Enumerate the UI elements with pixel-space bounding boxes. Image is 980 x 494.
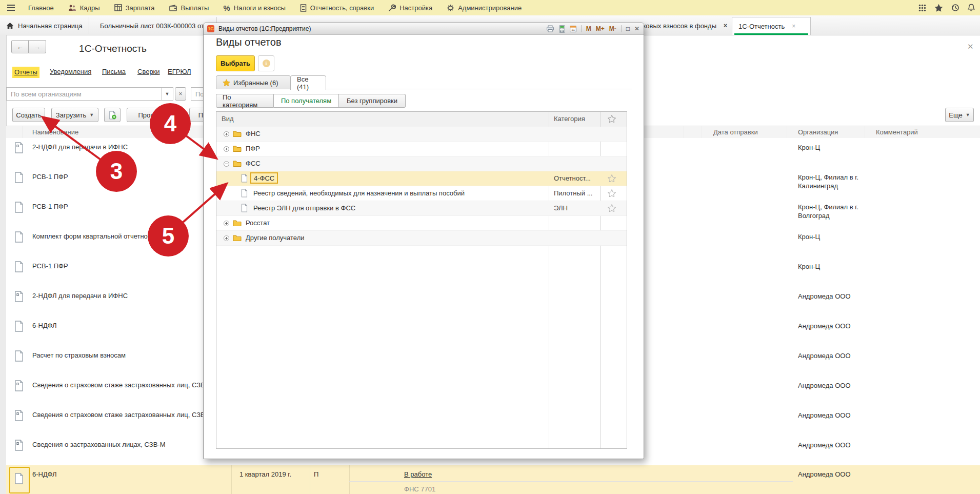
menu-label: Администрирование <box>458 4 522 12</box>
report-status-link[interactable]: В работе <box>404 470 432 478</box>
clear-filter-button[interactable]: × <box>175 87 186 101</box>
navigation-buttons: ← → <box>11 40 46 53</box>
report-name: РСВ-1 ПФР <box>32 203 212 210</box>
gear-icon <box>447 4 454 12</box>
load-button[interactable]: Загрузить▼ <box>51 108 98 122</box>
history-icon[interactable] <box>951 4 959 12</box>
menu-label: Налоги и взносы <box>234 4 286 12</box>
organization-filter-input[interactable] <box>7 90 161 98</box>
menu-item-administration[interactable]: Администрирование <box>439 0 529 15</box>
print-icon[interactable] <box>546 25 554 32</box>
tree-item-4fss-selected[interactable]: 4-ФСС Отчетност... <box>216 171 627 186</box>
tab-close-icon[interactable]: × <box>792 23 795 30</box>
select-button[interactable]: Выбрать <box>216 55 255 71</box>
column-header-name[interactable]: Наименование <box>32 128 78 136</box>
menu-item-taxes[interactable]: % Налоги и взносы <box>216 0 292 15</box>
folder-icon <box>233 220 242 227</box>
menu-item-main[interactable]: Главное <box>21 0 61 15</box>
menu-item-payments[interactable]: Выплаты <box>162 0 216 15</box>
favorite-star-icon[interactable] <box>608 204 616 212</box>
tree-group-other-recipients[interactable]: Другие получатели <box>216 231 627 246</box>
menu-item-settings[interactable]: Настройка <box>381 0 439 15</box>
section-tab-reconciliation[interactable]: Сверки <box>137 67 160 77</box>
top-menu-bar: Главное Кадры Зарплата Выплаты % Налоги … <box>0 0 980 16</box>
column-header-sent-date[interactable]: Дата отправки <box>713 128 758 136</box>
menu-item-salary[interactable]: Зарплата <box>107 0 162 15</box>
expand-icon[interactable] <box>224 131 229 137</box>
apps-grid-icon[interactable] <box>918 4 926 12</box>
column-header-organization[interactable]: Организация <box>798 128 838 136</box>
info-button[interactable]: i <box>258 55 274 71</box>
dialog-titlebar-text: Виды отчетов (1С:Предприятие) <box>218 25 311 32</box>
notifications-bell-icon[interactable] <box>968 4 975 12</box>
favorites-star-icon[interactable] <box>934 4 943 12</box>
report-name: 2-НДФЛ для передачи в ИФНС <box>32 143 212 151</box>
tree-item-registry-benefits[interactable]: Реестр сведений, необходимых для назначе… <box>216 186 627 201</box>
salary-table-icon <box>114 4 122 11</box>
hamburger-menu-icon[interactable] <box>0 5 21 11</box>
maximize-icon[interactable]: □ <box>626 25 630 32</box>
selected-report-row[interactable]: 6-НДФЛ 1 квартал 2019 г. П В работе ФНС … <box>6 465 980 494</box>
report-flag: П <box>314 470 318 478</box>
close-icon[interactable]: ✕ <box>634 25 639 32</box>
create-button[interactable]: Создать <box>12 108 45 122</box>
no-grouping-button[interactable]: Без группировки <box>339 94 406 108</box>
scale-m-plus-button[interactable]: M+ <box>596 25 605 32</box>
tab-sick-leave[interactable]: Больничный лист 003К-000003 от <box>94 17 217 34</box>
dialog-titlebar[interactable]: 1C Виды отчетов (1С:Предприятие) 31 M M+… <box>204 23 644 35</box>
menu-item-reports[interactable]: Отчетность, справки <box>293 0 381 15</box>
dialog-tab-favorites[interactable]: Избранные (6) <box>216 75 291 89</box>
column-header-category[interactable]: Категория <box>554 115 585 123</box>
group-by-recipient-button[interactable]: По получателям <box>274 94 339 108</box>
section-tab-letters[interactable]: Письма <box>102 67 126 77</box>
back-button[interactable]: ← <box>11 40 29 53</box>
combo-dropdown-icon[interactable]: ▼ <box>161 88 173 100</box>
report-document-sent-icon <box>14 291 24 302</box>
column-header-comment[interactable]: Комментарий <box>876 128 918 136</box>
column-header-kind[interactable]: Вид <box>222 115 234 123</box>
report-organization: Андромеда ООО <box>798 441 874 449</box>
section-tab-reports[interactable]: Отчеты <box>12 67 39 78</box>
new-from-file-button[interactable] <box>104 108 121 122</box>
report-document-icon <box>14 261 24 272</box>
tree-group-rosstat[interactable]: Росстат <box>216 216 627 231</box>
tab-label: Больничный лист 003К-000003 от <box>100 22 204 30</box>
home-icon <box>6 22 14 29</box>
svg-text:31: 31 <box>571 28 575 31</box>
tree-item-eln-registry[interactable]: Реестр ЭЛН для отправки в ФСС ЭЛН <box>216 201 627 216</box>
calendar-icon[interactable]: 31 <box>570 25 576 32</box>
section-tab-egrul[interactable]: ЕГРЮЛ <box>168 67 191 77</box>
dialog-tab-all[interactable]: Все (41) <box>290 75 326 90</box>
active-tab-indicator <box>734 33 808 35</box>
expand-icon[interactable] <box>224 146 229 152</box>
page-close-icon[interactable]: ✕ <box>967 42 974 51</box>
favorite-star-icon[interactable] <box>608 189 616 197</box>
tree-group-pfr[interactable]: ПФР <box>216 142 627 156</box>
calculator-icon[interactable] <box>559 25 565 33</box>
forward-button[interactable]: → <box>29 40 46 53</box>
more-button[interactable]: Еще▼ <box>945 108 974 122</box>
scale-m-minus-button[interactable]: M- <box>609 25 616 32</box>
section-tab-notifications[interactable]: Уведомления <box>50 67 91 77</box>
favorite-column-star-icon[interactable] <box>608 115 616 123</box>
collapse-icon[interactable] <box>224 161 229 167</box>
favorite-star-icon[interactable] <box>608 174 616 182</box>
organization-filter-combobox[interactable]: ▼ <box>6 87 173 101</box>
tab-home[interactable]: Начальная страница <box>0 17 89 34</box>
expand-icon[interactable] <box>224 221 229 226</box>
tab-label: Избранные (6) <box>233 79 278 87</box>
row-divider <box>349 481 793 482</box>
menu-item-staff[interactable]: Кадры <box>61 0 107 15</box>
expand-icon[interactable] <box>224 235 229 241</box>
report-document-icon <box>14 473 24 484</box>
group-by-category-button[interactable]: По категориям <box>216 94 274 108</box>
tree-group-fss[interactable]: ФСС <box>216 156 627 171</box>
report-kinds-table: Вид Категория ФНС ПФР ФСС <box>216 111 627 449</box>
report-name: 6-НДФЛ <box>32 322 212 329</box>
tab-close-icon[interactable]: × <box>724 22 727 29</box>
scale-m-button[interactable]: M <box>586 25 591 32</box>
tree-group-fns[interactable]: ФНС <box>216 127 627 142</box>
report-document-icon <box>14 231 24 243</box>
tree-group-label: Другие получатели <box>246 234 304 242</box>
tab-1c-reporting[interactable]: 1С-Отчетность × <box>732 17 811 35</box>
